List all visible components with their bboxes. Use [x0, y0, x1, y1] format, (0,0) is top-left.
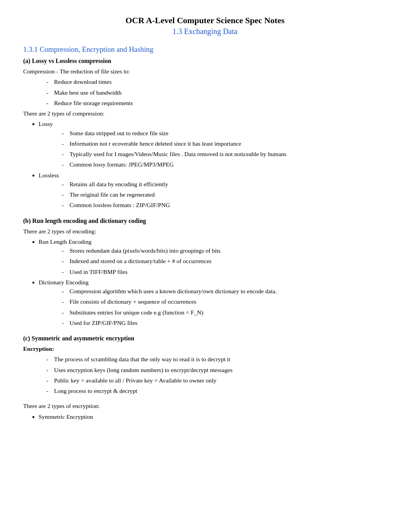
encoding-types: Run Length Encoding Stores redundant dat…: [39, 237, 387, 327]
compression-types: Lossy Some data stripped out to reduce f…: [39, 119, 387, 209]
list-item: Retains all data by encoding it efficien…: [62, 180, 387, 189]
types-intro-a: There are 2 types of compression:: [23, 109, 387, 118]
rle-details: Stores redundant data (pixels/words/bits…: [62, 246, 387, 276]
list-item: Long process to encrypt & decrypt: [46, 386, 387, 395]
section-1: 1.3.1 Compression, Encryption and Hashin…: [23, 45, 387, 421]
compression-bullets: Reduce download times Make best use of b…: [46, 77, 387, 107]
list-item: Used for ZIP/GIF/PNG files: [62, 318, 387, 327]
symmetric-item: Symmetric Encryption: [39, 412, 387, 421]
encryption-label: Encryption:: [23, 344, 387, 353]
encryption-details: The process of scrambling data that the …: [46, 355, 387, 395]
part-b-label: (b) Run length encoding and dictionary c…: [23, 218, 387, 224]
list-item: Information not r ecoverable hence delet…: [62, 139, 387, 148]
list-item: The original file can be regenerated: [62, 190, 387, 199]
compression-intro: Compression - The reduction of file size…: [23, 67, 387, 76]
list-item: The process of scrambling data that the …: [46, 355, 387, 364]
list-item: Reduce download times: [46, 77, 387, 86]
list-item: Common lossy formats: JPEG/MP3/MPEG: [62, 160, 387, 169]
list-item: Make best use of bandwidth: [46, 88, 387, 97]
list-item: Substitutes entries for unique code e.g …: [62, 308, 387, 317]
dict-details: Compression algorithm which uses a known…: [62, 287, 387, 327]
encryption-types-intro: There are 2 types of encryption:: [23, 401, 387, 410]
encryption-types: Symmetric Encryption: [39, 412, 387, 421]
list-item: Typically used for I mages/Videos/Music …: [62, 150, 387, 158]
list-item: Compression algorithm which uses a known…: [62, 287, 387, 296]
lossless-details: Retains all data by encoding it efficien…: [62, 180, 387, 210]
list-item: Common lossless formats : ZIP/GIF/PNG: [62, 201, 387, 209]
lossless-item: Lossless Retains all data by encoding it…: [39, 171, 387, 210]
part-b: (b) Run length encoding and dictionary c…: [23, 218, 387, 328]
part-c-label: (c) Symmetric and asymmetric encryption: [23, 335, 387, 342]
page-header: OCR A-Level Computer Science Spec Notes …: [23, 15, 387, 36]
lossy-details: Some data stripped out to reduce file si…: [62, 129, 387, 169]
list-item: Public key = available to all / Private …: [46, 376, 387, 385]
part-a-label: (a) Lossy vs Lossless compression: [23, 58, 387, 65]
list-item: Stores redundant data (pixels/words/bits…: [62, 246, 387, 255]
section-heading-1: 1.3.1 Compression, Encryption and Hashin…: [23, 45, 387, 54]
subtitle: 1.3 Exchanging Data: [23, 27, 387, 36]
list-item: Uses encryption keys (long random number…: [46, 365, 387, 374]
dict-item: Dictionary Encoding Compression algorith…: [39, 278, 387, 327]
list-item: Used in TIFF/BMP files: [62, 267, 387, 276]
list-item: Indexed and stored on a dictionary/table…: [62, 257, 387, 265]
types-intro-b: There are 2 types of encoding:: [23, 227, 387, 236]
rle-item: Run Length Encoding Stores redundant dat…: [39, 237, 387, 276]
list-item: Some data stripped out to reduce file si…: [62, 129, 387, 138]
part-a: (a) Lossy vs Lossless compression Compre…: [23, 58, 387, 210]
part-c: (c) Symmetric and asymmetric encryption …: [23, 335, 387, 421]
list-item: File consists of dictionary + sequence o…: [62, 297, 387, 306]
list-item: Reduce file storage requirements: [46, 99, 387, 107]
lossy-item: Lossy Some data stripped out to reduce f…: [39, 119, 387, 169]
main-title: OCR A-Level Computer Science Spec Notes: [23, 15, 387, 25]
